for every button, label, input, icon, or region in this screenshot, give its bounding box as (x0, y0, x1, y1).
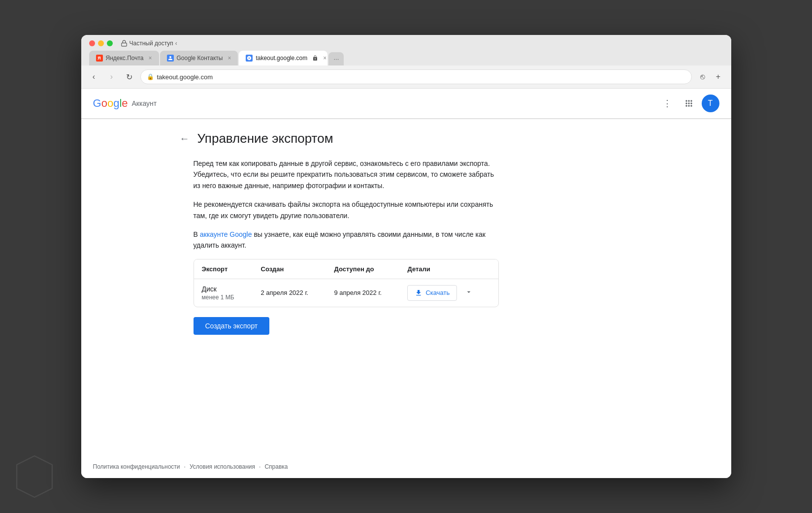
lock-tab-icon (312, 55, 318, 61)
table-body: Диск менее 1 МБ 2 апреля 2022 г. 9 апрел… (194, 279, 498, 307)
description-paragraph-3: В аккаунте Google вы узнаете, как ещё мо… (194, 229, 499, 251)
tab-takeout-close[interactable]: × (323, 55, 326, 62)
description-paragraph-2: Не рекомендуется скачивать файлы экспорт… (194, 199, 499, 221)
share-button[interactable]: ⎋ (696, 70, 710, 84)
tab-yandex-label: Яндекс.Почта (106, 55, 144, 62)
main-area: ← Управление экспортом Перед тем как коп… (81, 119, 731, 455)
apps-grid-icon (684, 98, 694, 108)
tab-google-contacts[interactable]: Google Контакты × (160, 51, 238, 65)
google-account-link[interactable]: аккаунте Google (200, 230, 252, 238)
traffic-lights (89, 40, 113, 46)
new-tab-button[interactable]: + (712, 70, 725, 84)
footer-dot-1: · (184, 463, 186, 470)
created-cell: 2 апреля 2022 г. (253, 279, 326, 307)
private-badge: Частный доступ ‹ (121, 40, 177, 47)
reload-button[interactable]: ↻ (123, 70, 136, 84)
google-logo: Google Аккаунт (93, 97, 157, 110)
minimize-dot[interactable] (98, 40, 104, 46)
description-paragraph-1: Перед тем как копировать данные в другой… (194, 158, 499, 191)
tabs-row: Я Яндекс.Почта × Google Контакты × takeo… (89, 51, 723, 65)
tab-takeout-label: takeout.google.com (256, 55, 307, 62)
description-block: Перед тем как копировать данные в другой… (194, 158, 499, 251)
more-options-button[interactable]: ⋮ (658, 95, 676, 112)
export-size: менее 1 МБ (202, 294, 245, 301)
col-available: Доступен до (326, 259, 399, 279)
download-icon (415, 289, 422, 297)
col-details: Детали (399, 259, 498, 279)
apps-button[interactable] (680, 95, 698, 112)
export-table: Экспорт Создан Доступен до Детали Диск м… (194, 259, 498, 307)
create-export-row: Создать экспорт (194, 317, 635, 335)
private-icon (121, 40, 128, 47)
expand-button[interactable] (461, 286, 477, 300)
table-header: Экспорт Создан Доступен до Детали (194, 259, 498, 279)
browser-titlebar: Частный доступ ‹ Я Яндекс.Почта × Google… (81, 35, 731, 65)
tab-more-button[interactable]: ··· (328, 52, 344, 65)
tab-yandex-mail[interactable]: Я Яндекс.Почта × (89, 51, 159, 65)
toolbar-actions: ⎋ + (696, 70, 725, 84)
browser-toolbar: ‹ › ↻ 🔒 takeout.google.com ⎋ + (81, 65, 731, 89)
desc3-prefix: В (194, 230, 200, 238)
tab-contacts-close[interactable]: × (227, 55, 231, 62)
tab-contacts-label: Google Контакты (177, 55, 223, 62)
download-label: Скачать (425, 289, 450, 296)
svg-rect-0 (121, 43, 127, 46)
forward-nav-button[interactable]: › (105, 70, 119, 84)
col-export: Экспорт (194, 259, 253, 279)
tab-close-icon[interactable]: × (149, 55, 152, 62)
browser-controls: Частный доступ ‹ (89, 40, 723, 47)
chevron-icon: ‹ (175, 40, 177, 47)
svg-marker-1 (17, 456, 52, 497)
export-name: Диск (202, 285, 245, 293)
export-cell: Диск менее 1 МБ (194, 279, 253, 307)
download-button[interactable]: Скачать (407, 285, 457, 301)
avatar[interactable]: Т (702, 95, 719, 112)
create-export-button[interactable]: Создать экспорт (194, 317, 270, 335)
header-actions: ⋮ Т (658, 95, 719, 112)
privacy-policy-link[interactable]: Политика конфиденциальности (93, 463, 180, 470)
col-created: Создан (253, 259, 326, 279)
close-dot[interactable] (89, 40, 95, 46)
page-heading-row: ← Управление экспортом (178, 131, 635, 146)
available-cell: 9 апреля 2022 г. (326, 279, 399, 307)
address-text: takeout.google.com (157, 73, 685, 81)
details-content: Скачать (407, 285, 490, 301)
page-inner: ← Управление экспортом Перед тем как коп… (170, 119, 643, 347)
hex-decoration (15, 454, 54, 493)
table-row: Диск менее 1 МБ 2 апреля 2022 г. 9 апрел… (194, 279, 498, 307)
google-header: Google Аккаунт ⋮ Т (81, 89, 731, 119)
chevron-down-icon (465, 288, 473, 296)
contacts-favicon (167, 55, 174, 62)
takeout-favicon (246, 55, 253, 62)
back-nav-button[interactable]: ‹ (87, 70, 101, 84)
page-content: Google Аккаунт ⋮ Т ← Управление экспорто… (81, 89, 731, 478)
browser-window: Частный доступ ‹ Я Яндекс.Почта × Google… (81, 35, 731, 478)
private-label: Частный доступ (130, 40, 173, 47)
details-cell: Скачать (399, 279, 498, 307)
page-footer: Политика конфиденциальности · Условия ис… (81, 455, 731, 478)
tab-takeout[interactable]: takeout.google.com × (239, 51, 327, 65)
page-title: Управление экспортом (197, 131, 333, 146)
back-button[interactable]: ← (178, 131, 192, 146)
lock-icon: 🔒 (147, 73, 154, 80)
yandex-favicon: Я (96, 55, 103, 62)
logo-account-text: Аккаунт (132, 99, 157, 107)
logo-g-blue: Google (93, 97, 128, 110)
help-link[interactable]: Справка (264, 463, 288, 470)
maximize-dot[interactable] (107, 40, 113, 46)
export-table-container: Экспорт Создан Доступен до Детали Диск м… (194, 259, 499, 307)
address-bar[interactable]: 🔒 takeout.google.com (140, 69, 692, 84)
footer-dot-2: · (259, 463, 260, 470)
terms-link[interactable]: Условия использования (190, 463, 255, 470)
